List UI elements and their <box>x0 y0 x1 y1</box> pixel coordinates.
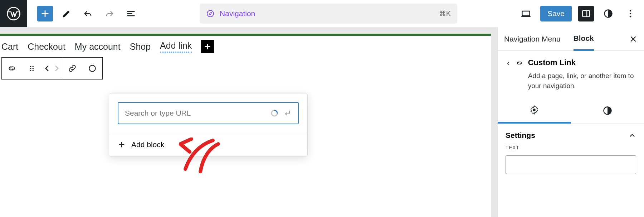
settings-sidebar: Navigation Menu Block Custom Link Add a … <box>497 27 644 217</box>
svg-point-5 <box>630 10 631 12</box>
subtab-styles[interactable] <box>571 98 644 124</box>
wordpress-logo[interactable] <box>0 0 27 27</box>
plus-icon <box>118 141 126 149</box>
text-field-label: TEXT <box>498 143 644 152</box>
settings-panel-header[interactable]: Settings <box>498 124 644 143</box>
block-info-section: Custom Link Add a page, link, or another… <box>498 51 644 98</box>
undo-button[interactable] <box>80 6 96 21</box>
nav-item-cart[interactable]: Cart <box>1 42 18 52</box>
link-icon <box>68 64 77 73</box>
svg-point-10 <box>30 68 31 69</box>
redo-icon <box>104 9 114 19</box>
text-field-input[interactable] <box>506 155 636 174</box>
keyboard-shortcut: ⌘K <box>439 9 451 18</box>
nav-item-my-account[interactable]: My account <box>75 42 121 52</box>
move-buttons[interactable] <box>42 58 62 79</box>
add-block-button[interactable] <box>37 6 53 21</box>
svg-point-16 <box>533 108 536 111</box>
svg-point-6 <box>630 13 631 15</box>
sidebar-tabs: Navigation Menu Block <box>498 27 644 51</box>
nav-item-shop[interactable]: Shop <box>130 42 151 52</box>
custom-link-icon <box>7 64 16 73</box>
list-view-icon <box>126 9 136 19</box>
editor-canvas[interactable]: Cart Checkout My account Shop Add link <box>0 34 491 217</box>
block-toolbar <box>1 57 491 79</box>
settings-panel-label: Settings <box>506 131 535 140</box>
add-block-label: Add block <box>131 140 164 149</box>
svg-rect-3 <box>582 10 590 16</box>
add-block-button[interactable]: Add block <box>109 133 307 156</box>
main-area: Cart Checkout My account Shop Add link <box>0 27 644 217</box>
more-options-button[interactable] <box>623 6 638 21</box>
styles-button[interactable] <box>600 6 616 21</box>
toolbar-left-group <box>31 6 139 21</box>
plus-icon <box>40 9 50 19</box>
inline-add-button[interactable] <box>201 40 214 53</box>
svg-point-1 <box>207 10 214 17</box>
tab-block[interactable]: Block <box>574 34 594 51</box>
plus-icon <box>204 43 211 50</box>
compass-icon <box>206 9 215 18</box>
svg-rect-2 <box>522 11 530 16</box>
svg-point-12 <box>30 70 31 71</box>
enter-icon[interactable] <box>283 109 292 117</box>
chevron-up-icon <box>628 131 636 139</box>
block-description: Add a page, link, or another item to you… <box>528 71 636 91</box>
settings-sidebar-toggle[interactable] <box>578 6 594 21</box>
block-title: Custom Link <box>528 58 636 67</box>
svg-point-9 <box>33 66 34 67</box>
desktop-icon <box>521 9 531 19</box>
nav-item-checkout[interactable]: Checkout <box>28 42 65 52</box>
svg-point-11 <box>33 68 34 69</box>
block-type-button[interactable] <box>2 58 22 79</box>
save-button-label: Save <box>547 9 565 18</box>
save-button[interactable]: Save <box>540 6 572 21</box>
navigation-block[interactable]: Cart Checkout My account Shop Add link <box>0 36 491 55</box>
chevron-right-icon <box>52 64 62 73</box>
wordpress-icon <box>6 6 21 21</box>
close-icon <box>629 35 638 43</box>
chevron-left-icon[interactable] <box>506 59 511 67</box>
sidebar-icon <box>581 9 591 18</box>
redo-button[interactable] <box>102 6 117 21</box>
tab-navigation-menu[interactable]: Navigation Menu <box>504 35 561 43</box>
svg-point-7 <box>630 16 631 18</box>
navigation-pill-label: Navigation <box>220 9 255 18</box>
top-toolbar: Navigation ⌘K Save <box>0 0 644 27</box>
chevron-left-icon <box>42 64 52 73</box>
navigation-pill[interactable]: Navigation ⌘K <box>200 4 457 24</box>
kebab-icon <box>625 9 635 19</box>
edit-button[interactable] <box>59 6 74 21</box>
block-subtabs <box>498 98 644 124</box>
link-popover: Add block <box>109 93 308 156</box>
svg-point-14 <box>89 65 95 71</box>
list-view-button[interactable] <box>123 6 139 21</box>
link-button[interactable] <box>62 58 82 79</box>
contrast-icon <box>602 106 613 116</box>
subtab-settings[interactable] <box>498 98 571 124</box>
spinner-icon <box>270 109 279 117</box>
pencil-icon <box>62 9 72 19</box>
undo-icon <box>83 9 93 19</box>
close-sidebar-button[interactable] <box>629 35 638 43</box>
nav-add-link[interactable]: Add link <box>160 40 192 53</box>
custom-link-icon <box>516 58 523 68</box>
toolbar-center: Navigation ⌘K <box>143 4 514 24</box>
view-button[interactable] <box>518 6 534 21</box>
submenu-icon <box>88 64 97 73</box>
url-input[interactable] <box>125 109 266 117</box>
url-input-wrap <box>118 102 299 124</box>
contrast-icon <box>603 9 613 19</box>
svg-point-8 <box>30 66 31 67</box>
svg-point-13 <box>33 70 34 71</box>
canvas-wrap: Cart Checkout My account Shop Add link <box>0 27 497 217</box>
drag-icon <box>27 64 36 73</box>
drag-handle[interactable] <box>22 58 42 79</box>
submenu-button[interactable] <box>82 58 102 79</box>
gear-icon <box>529 105 539 115</box>
toolbar-right-group: Save <box>518 6 638 21</box>
